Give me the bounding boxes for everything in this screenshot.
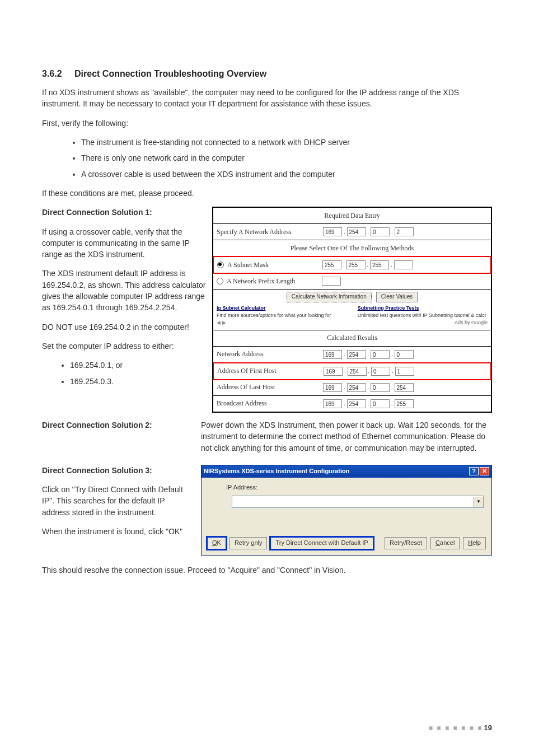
ad-subtext: Find more sources/options for what your …: [217, 312, 331, 318]
result-octet: 254: [347, 350, 366, 359]
ad-link[interactable]: Ip Subnet Calculator: [217, 305, 266, 311]
result-octet: 1: [395, 367, 414, 376]
solution3-heading: Direct Connection Solution 3:: [42, 465, 188, 476]
subnet-mask-label: A Subnet Mask: [227, 260, 322, 270]
radio-subnet-mask[interactable]: [217, 262, 224, 268]
ads-by-google: Ads by Google: [358, 319, 488, 326]
ok-button[interactable]: OK: [207, 537, 226, 549]
result-octet: 0: [371, 350, 390, 359]
result-octet: 169: [324, 367, 343, 376]
octet-input[interactable]: 255: [322, 260, 341, 269]
chevron-down-icon: ▼: [474, 497, 483, 507]
list-item: A crossover cable is used between the XD…: [81, 169, 492, 180]
solution3-text: Click on "Try Direct Connect with Defaul…: [42, 484, 188, 518]
calc-subheader: Please Select One Of The Following Metho…: [213, 240, 491, 256]
calc-header: Required Data Entry: [213, 208, 491, 224]
list-item: 169.254.0.1, or: [70, 360, 207, 371]
section-number: 3.6.2: [42, 69, 62, 78]
ip-calculator-panel: Required Data Entry Specify A Network Ad…: [212, 207, 492, 413]
verify-list: The instrument is free-standing not conn…: [42, 137, 492, 180]
ip-address-dropdown[interactable]: ▼: [232, 496, 484, 508]
solution2-text: Power down the XDS Instrument, then powe…: [201, 419, 492, 454]
prefix-input[interactable]: [322, 277, 341, 286]
calculate-button[interactable]: Calculate Network Information: [287, 292, 372, 302]
result-label: Address Of Last Host: [217, 382, 323, 392]
result-octet: 254: [347, 399, 366, 408]
result-octet: 254: [348, 367, 367, 376]
intro-paragraph-1: If no XDS instrument shows as "available…: [42, 87, 492, 110]
result-octet: 0: [371, 383, 390, 392]
ad-subtext: Unlimited test questions with IP Subnett…: [358, 312, 486, 318]
result-octet: 169: [323, 350, 342, 359]
solution1-text: Set the computer IP address to either:: [42, 340, 207, 352]
result-label: Broadcast Address: [217, 399, 323, 408]
list-item: 169.254.0.3.: [70, 376, 207, 387]
intro-paragraph-2: First, verify the following:: [42, 118, 492, 129]
ad-nav-icon[interactable]: ◀ ▶: [217, 320, 226, 325]
octet-input[interactable]: 0: [371, 227, 390, 236]
solution3-text: When the instrument is found, click "OK": [42, 526, 188, 537]
list-item: The instrument is free-standing not conn…: [81, 137, 492, 148]
radio-prefix-length[interactable]: [217, 278, 223, 284]
result-label: Network Address: [217, 349, 323, 359]
solution1-heading: Direct Connection Solution 1:: [42, 207, 207, 218]
result-octet: 0: [371, 399, 390, 408]
ip-address-label: IP Address:: [226, 483, 260, 492]
section-title: Direct Connection Troubleshooting Overvi…: [74, 69, 266, 78]
solution1-text: The XDS instrument default IP address is…: [42, 268, 207, 313]
result-octet: 0: [395, 350, 414, 359]
section-heading: 3.6.2 Direct Connection Troubleshooting …: [42, 67, 492, 80]
closing-paragraph: This should resolve the connection issue…: [42, 564, 492, 576]
result-octet: 169: [323, 383, 342, 392]
retry-only-button[interactable]: Retry only: [229, 537, 268, 549]
ad-link[interactable]: Subnetting Practice Tests: [358, 305, 419, 311]
help-button[interactable]: Help: [463, 537, 486, 549]
octet-input[interactable]: 2: [395, 227, 414, 236]
list-item: There is only one network card in the co…: [81, 152, 492, 164]
help-icon[interactable]: ?: [469, 467, 479, 475]
dialog-title: NIRSystems XDS-series Instrument Configu…: [204, 467, 349, 476]
result-octet: 255: [395, 399, 414, 408]
result-octet: 169: [323, 399, 342, 408]
retry-reset-button[interactable]: Retry/Reset: [385, 537, 427, 549]
octet-input[interactable]: [394, 260, 413, 269]
try-direct-connect-button[interactable]: Try Direct Connect with Default IP: [270, 537, 373, 549]
result-octet: 0: [371, 367, 390, 376]
solution2-heading: Direct Connection Solution 2:: [42, 419, 188, 431]
specify-address-label: Specify A Network Address: [217, 227, 323, 237]
page-number: ■ ■ ■ ■ ■ ■ ■ 19: [429, 723, 492, 734]
instrument-config-dialog: NIRSystems XDS-series Instrument Configu…: [201, 465, 492, 556]
prefix-length-label: A Network Prefix Length: [227, 277, 322, 286]
page-number-dots: ■ ■ ■ ■ ■ ■ ■: [429, 724, 483, 733]
result-label: Address Of First Host: [217, 366, 324, 376]
calc-results-header: Calculated Results: [213, 330, 491, 347]
clear-values-button[interactable]: Clear Values: [376, 292, 418, 302]
intro-paragraph-3: If these conditions are met, please proc…: [42, 188, 492, 199]
close-icon[interactable]: ✕: [480, 467, 489, 475]
octet-input[interactable]: 254: [347, 227, 366, 236]
result-octet: 254: [395, 383, 414, 392]
solution1-text: DO NOT use 169.254.0.2 in the computer!: [42, 321, 207, 333]
cancel-button[interactable]: Cancel: [430, 537, 460, 549]
octet-input[interactable]: 255: [346, 260, 366, 269]
result-octet: 254: [347, 383, 366, 392]
solution1-text: If using a crossover cable, verify that …: [42, 226, 207, 260]
octet-input[interactable]: 255: [370, 260, 389, 269]
octet-input[interactable]: 169: [323, 227, 342, 236]
